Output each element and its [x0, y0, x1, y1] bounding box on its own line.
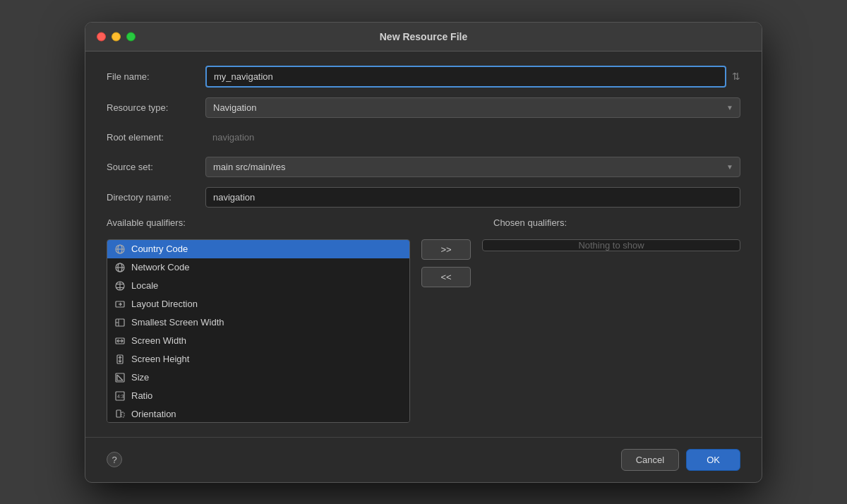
sort-icon[interactable]: ⇅	[732, 71, 740, 82]
available-qualifiers-label: Available qualifiers:	[107, 217, 410, 228]
chosen-qualifiers-list: Nothing to show	[482, 239, 740, 251]
minimize-button[interactable]	[112, 32, 121, 41]
list-item-label: Orientation	[131, 409, 176, 419]
resource-type-label: Resource type:	[107, 102, 205, 113]
title-bar: New Resource File	[85, 23, 762, 52]
cancel-button[interactable]: Cancel	[621, 449, 679, 471]
svg-rect-21	[116, 410, 121, 417]
locale-icon	[114, 280, 126, 292]
ratio-icon: 4:3	[114, 390, 126, 402]
screen-width-icon	[114, 335, 126, 347]
close-button[interactable]	[97, 32, 106, 41]
list-item[interactable]: Country Code	[107, 240, 409, 258]
network-code-icon	[114, 262, 126, 273]
add-qualifier-button[interactable]: >>	[421, 239, 471, 260]
resource-type-select-wrapper: Navigation ▼	[205, 97, 740, 118]
traffic-lights	[97, 32, 136, 41]
file-name-input[interactable]	[205, 66, 726, 88]
qualifiers-section: Available qualifiers: Chosen qualifiers:…	[107, 217, 740, 423]
help-button[interactable]: ?	[107, 452, 122, 467]
file-name-row: File name: ⇅	[107, 66, 740, 88]
ok-button[interactable]: OK	[686, 449, 740, 471]
dialog-title: New Resource File	[380, 31, 468, 42]
screen-height-icon	[114, 354, 126, 365]
list-item[interactable]: Orientation	[107, 405, 409, 423]
list-item[interactable]: Size	[107, 368, 409, 387]
footer-action-buttons: Cancel OK	[621, 449, 740, 471]
list-item[interactable]: Layout Direction	[107, 295, 409, 313]
source-set-row: Source set: main src/main/res ▼	[107, 157, 740, 177]
directory-name-label: Directory name:	[107, 192, 205, 203]
orientation-icon	[114, 409, 126, 420]
qualifier-transfer-buttons: >> <<	[410, 239, 482, 287]
new-resource-file-dialog: New Resource File File name: ⇅ Resource …	[85, 22, 762, 483]
list-item[interactable]: Network Code	[107, 258, 409, 277]
list-item-label: Layout Direction	[131, 299, 198, 309]
list-item[interactable]: Screen Width	[107, 332, 409, 350]
country-code-icon	[114, 244, 126, 255]
list-item-label: Screen Height	[131, 354, 189, 364]
list-item[interactable]: 4:3 Ratio	[107, 387, 409, 405]
list-item[interactable]: Screen Height	[107, 350, 409, 368]
directory-name-row: Directory name:	[107, 187, 740, 208]
layout-direction-icon	[114, 299, 126, 310]
root-element-label: Root element:	[107, 132, 205, 143]
root-element-row: Root element: navigation	[107, 128, 740, 147]
list-item[interactable]: Smallest Screen Width	[107, 313, 409, 332]
size-icon	[114, 372, 126, 383]
svg-text:4:3: 4:3	[117, 394, 124, 399]
chosen-qualifiers-label: Chosen qualifiers:	[493, 217, 740, 228]
smallest-screen-width-icon	[114, 317, 126, 328]
source-set-select-wrapper: main src/main/res ▼	[205, 157, 740, 177]
list-item-label: Country Code	[131, 244, 188, 254]
svg-line-18	[117, 375, 123, 380]
list-item-label: Locale	[131, 280, 158, 291]
svg-rect-22	[121, 412, 124, 417]
list-item-label: Network Code	[131, 262, 189, 272]
list-item-label: Size	[131, 372, 149, 383]
resource-type-row: Resource type: Navigation ▼	[107, 97, 740, 118]
nothing-to-show-text: Nothing to show	[578, 240, 644, 251]
available-qualifiers-list[interactable]: Country Code Network Code Locale	[107, 239, 410, 423]
dialog-content: File name: ⇅ Resource type: Navigation ▼…	[85, 52, 762, 437]
root-element-value: navigation	[205, 128, 740, 147]
source-set-label: Source set:	[107, 162, 205, 172]
maximize-button[interactable]	[126, 32, 136, 41]
list-item-label: Ratio	[131, 390, 152, 401]
list-item[interactable]: Locale	[107, 277, 409, 295]
list-item-label: Screen Width	[131, 335, 186, 346]
list-item-label: Smallest Screen Width	[131, 317, 224, 328]
resource-type-select[interactable]: Navigation	[205, 97, 740, 118]
remove-qualifier-button[interactable]: <<	[421, 267, 471, 287]
directory-name-input[interactable]	[205, 187, 740, 208]
source-set-select[interactable]: main src/main/res	[205, 157, 740, 177]
dialog-footer: ? Cancel OK	[85, 437, 762, 482]
file-name-label: File name:	[107, 71, 205, 82]
